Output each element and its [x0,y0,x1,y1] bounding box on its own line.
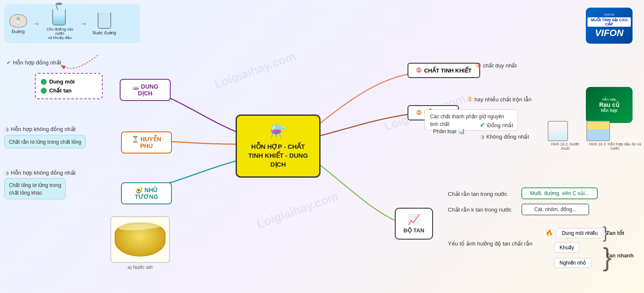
diagram-step-result: Nước đường [93,13,116,35]
top-diagram: 🧂 Đường → Cho đường vào nướcvà khuấy đều… [4,4,140,43]
phan-loai-label: Phân loại 📊 [433,127,465,135]
dung-dich-icon: 🧫 [132,83,139,90]
raucu-image: Hỗn hợp Rau củ hỗn hợp [586,87,633,123]
branch-nhu-tuong: 🥑 NHŨ TƯƠNG [121,182,172,204]
hon-hop-khong-dong-nhat-2: ◑ Hỗn hợp không đồng nhất [4,169,76,176]
chat-ran-k-tan-label: Chất rắn k tan trong nước [448,206,512,213]
bracket-tan-nhanh: } Tan nhanh [603,244,634,259]
central-node: ⚗️ HỖN HỢP - CHẤT TINH KHIẾT - DUNG DỊCH [236,114,321,178]
watermark-3: Loigiaihay.com [255,189,340,231]
nuoc-muoi-images: Hình 16.2. Nước muối Hình 16.3. Hỗn hợp … [548,121,644,151]
nuoc-sot-container: a) Nước sốt [110,216,170,270]
arrow-1: → [32,20,40,28]
dot-green-dung-moi [41,79,47,85]
fire-icon: 🔥 [546,229,553,236]
chat-ran-lo-lung-label: Chất rắn lơ lửng trong chất lỏng [4,135,86,148]
huyen-phu-icon: ⏳ [132,136,139,142]
arrow-2: → [80,20,87,28]
chat-ran-tan-label: Chất rắn tan trong nước [448,190,507,198]
vifon-image: OMON MUỐI TINH SẠI CAO CẤP VIFON [586,8,633,44]
factor-nghien-nho: Nghiền nhỏ [546,258,591,268]
dong-nhat-label: ✔ Đồng nhất [480,121,513,129]
watermark-1: Loigiaihay.com [213,49,298,91]
dung-moi-chat-tan-box: Dung môi Chất tan [35,73,103,99]
diagram-step-mix: Cho đường vào nướcvà khuấy đều [45,8,75,40]
hon-hop-khong-dong-nhat-1: ◑ Hỗn hợp không đồng nhất [4,125,76,133]
factor-khuay: Khuấy [546,243,579,253]
hon-hop-dong-nhat-label: ✔ Hỗn hợp đồng nhất [6,59,61,66]
chat-duy-nhat-label: ① chất duy nhất [475,61,517,69]
hay-nhieu-chat-label: ② hay nhiều chất trộn lẫn [467,95,532,103]
do-tan-icon: 📈 [402,214,426,226]
yeu-to-label: Yếu tố ảnh hưởng độ tan chất rắn [448,240,532,247]
chat-long-lo-lung-label: Chất lỏng lơ lửng trongchất lỏng khác [4,178,66,199]
bracket-tan-tot: } Tan tốt [603,225,624,236]
dung-moi-row: Dung môi [41,77,97,86]
dot-green-chat-tan [41,88,47,94]
central-icon: ⚗️ [246,123,310,140]
branch-dung-dich: 🧫 DUNG DỊCH [120,79,171,101]
vi-du-k-tan-box: Cát, nhôm, đồng... [521,204,589,215]
diagram-step-sugar: 🧂 Đường [9,14,27,34]
factor-dung-moi: 🔥 Dung môi nhiều [546,228,603,238]
chat-tinh-khiet-box: ① CHẤT TINH KHIẾT [408,63,480,78]
nhu-tuong-icon: 🥑 [135,187,143,193]
mind-map-canvas: Loigiaihay.com Loigiaihay.com Loigiaihay… [0,0,644,293]
do-tan-box: 📈 ĐỘ TAN [395,208,433,240]
branch-huyen-phu: ⏳ HUYỀN PHÙ [121,131,172,153]
vi-du-tan-box: Muối, đường, viên C sủi... [521,187,598,199]
khong-dong-nhat-label: ◑ Không đồng nhất [480,133,529,140]
chat-tan-row: Chất tan [41,86,97,95]
